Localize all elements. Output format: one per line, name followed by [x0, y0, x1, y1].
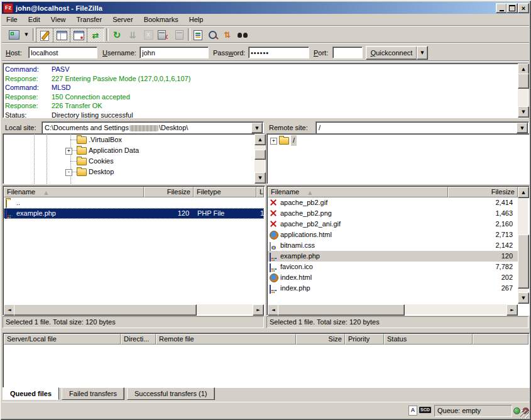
remote-vertical-scrollbar[interactable]: ▲ ▼	[518, 187, 528, 304]
expand-icon[interactable]: +	[65, 148, 72, 155]
remote-horizontal-scrollbar[interactable]: ◄ ►	[268, 304, 518, 314]
local-site-combobox[interactable]: C:\Documents and Settings\Desktop\ ▼	[41, 121, 264, 135]
tree-item-virtualbox[interactable]: .VirtualBox	[3, 135, 254, 145]
column-header-remote-file[interactable]: Remote file	[156, 334, 296, 345]
file-row-apache-pb2-ani-gif[interactable]: apache_pb2_ani.gif2,160	[268, 219, 518, 229]
column-header-server-local-file[interactable]: Server/Local file	[4, 334, 121, 345]
menu-help[interactable]: Help	[185, 14, 208, 25]
synchronized-browsing-button[interactable]: ⇅	[220, 28, 234, 42]
column-header-filesize[interactable]: Filesize	[448, 187, 518, 197]
scroll-right-icon[interactable]: ►	[253, 304, 264, 316]
file-row-index-html[interactable]: index.html202	[268, 272, 518, 283]
username-input[interactable]	[140, 47, 209, 58]
log-line: Command:PASV	[3, 65, 528, 74]
tree-item-root[interactable]: + /	[267, 135, 528, 146]
close-button[interactable]: ×	[518, 3, 529, 13]
host-input[interactable]	[28, 47, 97, 58]
maximize-button[interactable]	[506, 3, 518, 13]
title-bar[interactable]: Fz john@localhost - FileZilla ×	[2, 2, 529, 14]
file-row-apache-pb2-gif[interactable]: apache_pb2.gif2,414	[268, 197, 518, 208]
process-queue-button[interactable]: ⇊	[125, 28, 140, 42]
local-horizontal-scrollbar[interactable]: ◄ ►	[4, 304, 264, 314]
column-header-direction[interactable]: Directi...	[121, 334, 156, 345]
scrollbar-thumb[interactable]	[278, 304, 405, 316]
collapse-icon[interactable]: -	[65, 169, 72, 176]
scroll-up-icon[interactable]: ▲	[255, 134, 266, 145]
menu-transfer[interactable]: Transfer	[72, 14, 107, 25]
column-header-filename[interactable]: Filename▲	[4, 187, 144, 197]
expand-icon[interactable]: +	[270, 138, 277, 145]
message-log-icon	[40, 31, 49, 41]
magnifier-icon	[209, 31, 217, 39]
password-input[interactable]	[248, 47, 309, 58]
find-files-button[interactable]	[235, 28, 250, 42]
scrollbar-thumb[interactable]	[255, 150, 266, 160]
file-row-example-php[interactable]: example.php120	[268, 251, 518, 262]
port-label: Port:	[314, 49, 328, 57]
minimize-button[interactable]	[496, 3, 507, 13]
toggle-local-tree-button[interactable]	[53, 28, 70, 43]
toggle-queue-button[interactable]: ⇄	[87, 28, 104, 43]
activity-led-green-icon	[513, 407, 520, 414]
tab-queued-files[interactable]: Queued files	[3, 387, 59, 400]
scrollbar-thumb[interactable]	[14, 304, 197, 316]
tree-item-cookies[interactable]: Cookies	[3, 156, 254, 167]
refresh-button[interactable]: ↻	[109, 28, 124, 42]
local-tree-scrollbar[interactable]: ▲ ▼	[255, 134, 265, 184]
file-row-parent-dir[interactable]: ..	[4, 197, 264, 208]
column-header-filetype[interactable]: Filetype	[194, 187, 256, 197]
tree-item-application-data[interactable]: + Application Data	[3, 145, 254, 156]
tab-failed-transfers[interactable]: Failed transfers	[62, 387, 124, 400]
toggle-message-log-button[interactable]	[36, 28, 53, 43]
directory-listing-filters-button[interactable]	[190, 28, 205, 42]
toggle-remote-tree-button[interactable]	[70, 28, 87, 43]
disconnect-button[interactable]: ✕	[156, 28, 171, 42]
column-header-size[interactable]: Size	[296, 334, 345, 345]
maximize-icon	[509, 5, 515, 11]
quickconnect-dropdown-button[interactable]: ▼	[417, 46, 428, 60]
port-input[interactable]	[332, 47, 363, 58]
file-row-example-php[interactable]: example.php 120 PHP File 1	[4, 208, 264, 219]
menu-bookmarks[interactable]: Bookmarks	[140, 14, 183, 25]
resize-grip[interactable]	[520, 410, 528, 418]
directory-comparison-button[interactable]	[205, 28, 220, 42]
tab-successful-transfers[interactable]: Successful transfers (1)	[127, 387, 215, 400]
local-site-dropdown-button[interactable]: ▼	[251, 123, 263, 133]
process-queue-icon: ⇊	[129, 30, 136, 40]
reconnect-button[interactable]	[172, 28, 187, 42]
cancel-operation-button[interactable]: x	[141, 28, 156, 42]
scroll-down-icon[interactable]: ▼	[255, 172, 266, 184]
file-row-index-php[interactable]: index.php267	[268, 283, 518, 294]
scroll-down-icon[interactable]: ▼	[518, 106, 529, 118]
scroll-up-icon[interactable]: ▲	[518, 187, 529, 198]
site-manager-button[interactable]	[6, 28, 22, 42]
tree-item-desktop[interactable]: - Desktop	[3, 167, 254, 177]
column-header-last-modified[interactable]: L	[256, 187, 264, 197]
file-row-applications-html[interactable]: applications.html2,713	[268, 229, 518, 240]
menu-view[interactable]: View	[47, 14, 70, 25]
column-header-filename[interactable]: Filename▲	[268, 187, 448, 197]
password-label: Password:	[213, 49, 245, 57]
site-manager-dropdown-button[interactable]: ▼	[22, 28, 31, 42]
log-scrollbar[interactable]: ▲ ▼	[518, 64, 528, 118]
remote-site-dropdown-button[interactable]: ▼	[517, 123, 528, 133]
column-header-priority[interactable]: Priority	[345, 334, 384, 345]
local-directory-tree: .VirtualBox + Application Data Cookies -…	[3, 133, 265, 184]
refresh-icon: ↻	[113, 30, 121, 41]
speed-limits-icon[interactable]: SCD	[419, 407, 431, 413]
file-row-bitnami-css[interactable]: bitnami.css2,142	[268, 240, 518, 251]
scrollbar-thumb[interactable]	[518, 235, 529, 289]
file-row-favicon-ico[interactable]: favicon.ico7,782	[268, 262, 518, 272]
column-header-status[interactable]: Status	[384, 334, 473, 345]
menu-server[interactable]: Server	[108, 14, 137, 25]
file-row-apache-pb2-png[interactable]: apache_pb2.png1,463	[268, 208, 518, 219]
data-type-indicator-icon[interactable]: A	[408, 406, 417, 416]
quickconnect-button[interactable]: Quickconnect	[366, 46, 417, 60]
menu-file[interactable]: File	[2, 14, 22, 25]
menu-edit[interactable]: Edit	[24, 14, 45, 25]
scroll-down-icon[interactable]: ▼	[518, 292, 529, 304]
scrollbar-thumb[interactable]	[518, 74, 529, 89]
column-header-filesize[interactable]: Filesize	[144, 187, 194, 197]
scroll-right-icon[interactable]: ►	[506, 304, 518, 316]
remote-site-combobox[interactable]: / ▼	[315, 121, 529, 135]
